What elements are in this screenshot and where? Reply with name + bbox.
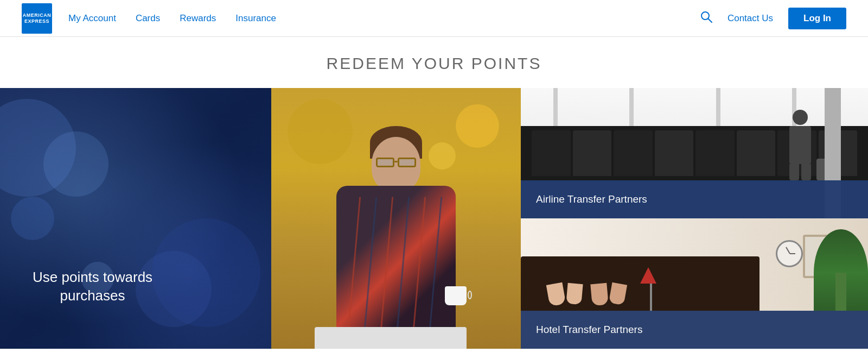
nav-cards[interactable]: Cards <box>136 13 160 24</box>
bokeh-circle-2 <box>43 131 108 197</box>
contact-us-link[interactable]: Contact Us <box>727 13 773 24</box>
page-title-section: REDEEM YOUR POINTS <box>0 37 868 88</box>
person-head <box>372 137 420 191</box>
svg-line-1 <box>708 18 712 22</box>
middle-panel-person[interactable] <box>271 88 521 349</box>
hotel-clock <box>776 240 803 267</box>
laptop <box>315 327 467 349</box>
left-panel-text: Use points towardspurchases <box>33 268 152 305</box>
right-panels: Airline Transfer Partners <box>521 88 868 349</box>
airline-panel-label: Airline Transfer Partners <box>536 193 647 205</box>
coffee-cup <box>445 286 467 305</box>
person-silhouette <box>787 110 814 180</box>
nav-insurance[interactable]: Insurance <box>235 13 276 24</box>
hotel-panel-label: Hotel Transfer Partners <box>536 324 642 336</box>
nav-rewards[interactable]: Rewards <box>180 13 216 24</box>
airline-panel-overlay: Airline Transfer Partners <box>521 180 868 218</box>
person-body <box>336 186 456 349</box>
content-grid: Use points towardspurchases <box>0 88 868 349</box>
hotel-panel[interactable]: Hotel Transfer Partners <box>521 218 868 349</box>
amex-logo[interactable]: AMERICAN EXPRESS <box>22 3 52 34</box>
person-figure <box>304 121 488 349</box>
header: AMERICAN EXPRESS My Account Cards Reward… <box>0 0 868 37</box>
logo-text: AMERICAN EXPRESS <box>23 12 52 24</box>
bokeh-circle-3 <box>11 197 54 240</box>
page-title: REDEEM YOUR POINTS <box>0 54 868 73</box>
header-right: Contact Us Log In <box>700 8 846 29</box>
hotel-plant <box>814 229 868 316</box>
nav-my-account[interactable]: My Account <box>68 13 116 24</box>
hotel-lamp <box>640 267 662 311</box>
hotel-people-feet <box>537 284 635 311</box>
cafe-scene-background <box>271 88 521 349</box>
search-icon[interactable] <box>700 11 712 26</box>
left-panel-purchases[interactable]: Use points towardspurchases <box>0 88 271 349</box>
main-nav: My Account Cards Rewards Insurance <box>68 13 700 24</box>
airline-panel[interactable]: Airline Transfer Partners <box>521 88 868 218</box>
login-button[interactable]: Log In <box>788 8 846 29</box>
hotel-panel-overlay: Hotel Transfer Partners <box>521 311 868 349</box>
